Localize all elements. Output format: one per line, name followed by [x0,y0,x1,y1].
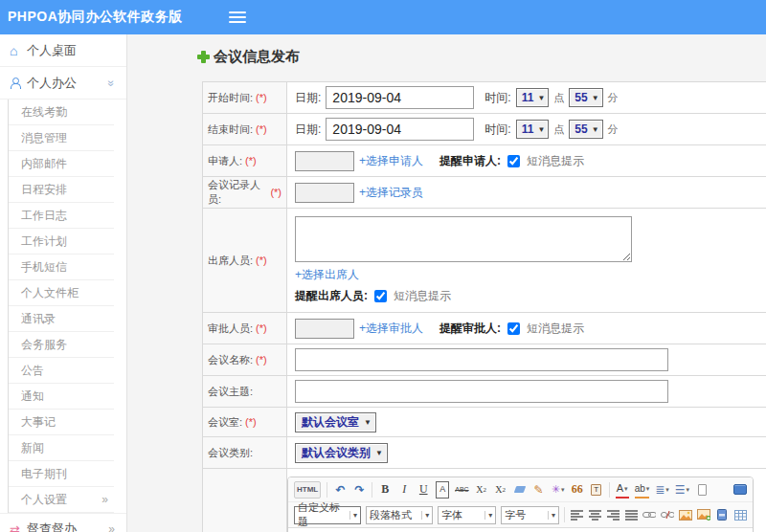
minute-suffix: 分 [608,91,619,105]
paragraph-select[interactable]: 段落格式▾ [366,506,433,524]
meeting-subject-input[interactable] [295,380,668,403]
paste-icon[interactable]: T [590,481,603,499]
start-date-input[interactable] [326,86,474,109]
bold-button[interactable]: B [378,481,392,499]
end-minute-select[interactable]: 55▼ [569,120,602,139]
sidebar-item-messages[interactable]: 消息管理 [9,125,114,151]
sidebar-item-sms[interactable]: 手机短信 [9,255,114,280]
form-row-meeting-room: 会议室:(*) 默认会议室▼ [203,408,766,437]
sidebar-item-news[interactable]: 新闻 [9,435,114,461]
sidebar-item-contacts[interactable]: 通讯录 [9,306,114,332]
attendees-sms-checkbox[interactable] [374,290,387,302]
meeting-room-label: 会议室: [208,415,242,430]
html-source-button[interactable]: HTML [294,481,321,499]
sidebar-item-announcement[interactable]: 公告 [9,358,114,384]
unordered-list-button[interactable]: ☰▾ [675,481,689,499]
chevron-double-right-icon: » [108,522,115,532]
meeting-form: 开始时间:(*) 日期: 时间: 11▼ 点 55▼ 分 结束时间:(*) 日期… [202,81,766,532]
strikethrough-button[interactable]: ABC [455,481,468,499]
form-row-attendees: 出席人员:(*) +选择出席人 提醒出席人员: 短消息提示 [203,209,766,313]
sidebar: ⌂ 个人桌面 个人办公 » 在线考勤 消息管理 内部邮件 日程安排 工作日志 工… [0,34,127,532]
sidebar-item-internal-mail[interactable]: 内部邮件 [9,151,114,177]
fullscreen-icon[interactable] [733,484,747,495]
choose-recorder-link[interactable]: +选择记录员 [359,185,423,201]
sidebar-item-ejournal[interactable]: 电子期刊 [9,461,114,487]
menu-hamburger-icon[interactable] [229,9,246,26]
justify-button[interactable] [624,506,638,523]
start-minute-select[interactable]: 55▼ [569,88,602,107]
end-date-input[interactable] [326,118,474,141]
meeting-room-select[interactable]: 默认会议室▼ [295,412,376,432]
choose-approver-link[interactable]: +选择审批人 [359,321,423,337]
new-page-icon[interactable] [695,481,709,499]
recorder-label: 会议记录人员: [208,178,267,207]
chevron-down-icon: ▼ [592,94,599,102]
undo-icon[interactable]: ↶ [333,481,347,499]
sidebar-item-supervision[interactable]: ⇄ 督查督办 » [0,513,126,532]
user-icon [10,78,21,89]
approver-sms-checkbox[interactable] [507,322,520,335]
redo-icon[interactable]: ↷ [352,481,366,499]
unlink-icon[interactable] [661,506,674,523]
align-right-button[interactable] [606,506,620,523]
recorder-input[interactable] [295,183,354,203]
choose-applicant-link[interactable]: +选择申请人 [359,153,423,169]
sidebar-item-work-plan[interactable]: 工作计划 [9,229,114,255]
applicant-sms-checkbox[interactable] [507,155,520,167]
font-color-button[interactable]: A▾ [616,481,629,499]
app-title: PHPOA协同办公软件政务版 [8,9,183,26]
sidebar-item-work-log[interactable]: 工作日志 [9,203,114,229]
subscript-button[interactable]: X2 [494,481,507,499]
image-icon[interactable] [679,506,692,523]
meeting-name-input[interactable] [295,348,668,371]
chevron-double-down-icon: » [105,79,119,86]
superscript-button[interactable]: X2 [475,481,488,499]
sidebar-item-attendance[interactable]: 在线考勤 [9,100,114,125]
sidebar-item-notice[interactable]: 通知 [9,384,114,410]
rich-text-editor: HTML ↶ ↷ B I U A ABC X2 X2 ✎ [287,477,754,532]
sidebar-item-personal-settings[interactable]: 个人设置 » [9,487,114,513]
start-hour-select[interactable]: 11▼ [516,88,550,107]
form-row-content-editor: HTML ↶ ↷ B I U A ABC X2 X2 ✎ [203,469,766,532]
time-label: 时间: [484,90,510,106]
blockquote-icon[interactable]: 66 [571,481,584,499]
sidebar-item-events[interactable]: 大事记 [9,410,114,435]
top-bar: PHPOA协同办公软件政务版 [0,0,766,34]
attendees-textarea[interactable] [295,216,632,262]
page-title: 会议信息发布 [197,48,300,66]
highlight-button[interactable]: ab▾ [635,481,650,499]
sidebar-item-desktop[interactable]: ⌂ 个人桌面 [0,34,126,67]
choose-attendees-link[interactable]: +选择出席人 [295,267,359,283]
remove-format-icon[interactable] [513,481,527,499]
char-border-button[interactable]: A [436,481,449,499]
meeting-category-select[interactable]: 默认会议类别▼ [295,443,388,463]
sidebar-item-schedule[interactable]: 日程安排 [9,177,114,203]
approver-input[interactable] [295,319,354,339]
sidebar-item-personal-office[interactable]: 个人办公 » [0,67,126,100]
form-row-approver: 审批人员:(*) +选择审批人 提醒审批人: 短消息提示 [203,313,766,344]
heading-select[interactable]: 自定义标题▾ [294,506,361,524]
chevron-down-icon: ▼ [592,125,599,134]
editor-content-area[interactable] [288,528,753,532]
form-row-meeting-name: 会议名称:(*) [203,344,766,376]
format-painter-icon[interactable]: ✎ [532,481,546,499]
underline-button[interactable]: U [417,481,430,499]
font-family-select[interactable]: 字体▾ [438,506,496,524]
font-size-select[interactable]: 字号▾ [501,506,559,524]
sidebar-item-meeting-service[interactable]: 会务服务 [9,332,114,358]
applicant-input[interactable] [295,151,354,171]
italic-button[interactable]: I [397,481,411,499]
sidebar-item-file-cabinet[interactable]: 个人文件柜 [9,280,114,306]
ordered-list-button[interactable]: ≣▾ [655,481,669,499]
link-icon[interactable] [642,506,656,523]
table-icon[interactable] [733,506,747,523]
chevron-down-icon: ▾ [349,511,357,520]
media-icon[interactable] [715,506,729,523]
end-hour-select[interactable]: 11▼ [516,120,550,139]
auto-typeset-icon[interactable]: ✳▾ [552,481,565,499]
plus-icon [197,51,210,63]
image-upload-icon[interactable] [697,506,710,523]
align-left-button[interactable] [570,506,583,523]
align-center-button[interactable] [588,506,601,523]
meeting-category-label: 会议类别: [208,446,253,460]
